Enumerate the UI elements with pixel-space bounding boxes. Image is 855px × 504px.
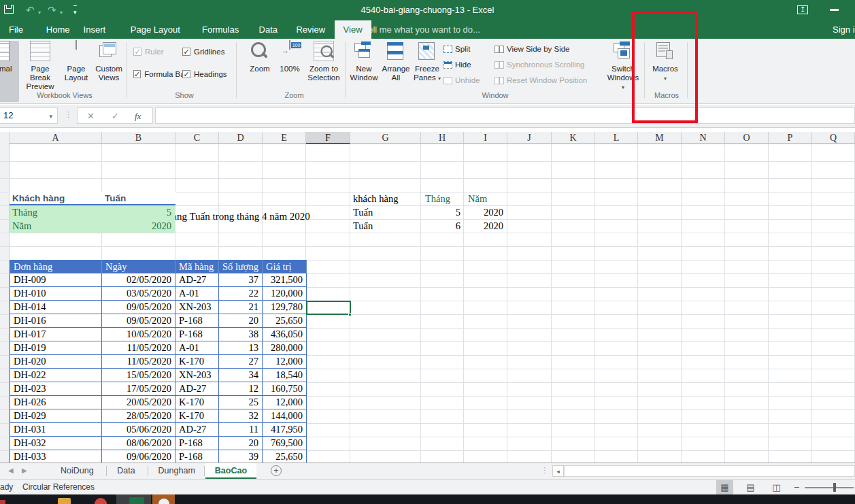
sheet-tab-noidung[interactable]: NoiDung xyxy=(51,463,103,479)
ribbon-tab-home[interactable]: Home xyxy=(37,20,79,39)
name-box[interactable]: 12 ▾ xyxy=(0,107,58,124)
formula-input[interactable] xyxy=(155,107,855,124)
orders-cell[interactable]: DH-029 xyxy=(10,409,102,423)
orders-cell[interactable]: XN-203 xyxy=(175,369,219,382)
arrange-all-button[interactable]: Arrange All xyxy=(380,41,412,82)
checkbox-formula-bar[interactable]: ✓Formula Bar xyxy=(133,67,182,81)
table-row[interactable]: DH-01409/05/2020XN-20321129,780 xyxy=(10,301,307,314)
lookup-cell[interactable]: 5 xyxy=(421,205,460,219)
orders-cell[interactable]: 09/06/2020 xyxy=(102,450,175,463)
criteria-header-row[interactable]: Khách hàng Tuấn xyxy=(10,192,175,205)
column-header-D[interactable]: D xyxy=(219,132,263,144)
zoom-100-button[interactable]: 100 → 100% xyxy=(276,41,303,73)
column-header-K[interactable]: K xyxy=(552,132,595,144)
zoom-to-selection-button[interactable]: Zoom to Selection xyxy=(305,41,343,82)
table-row[interactable]: DH-02928/05/2020K-17032144,000 xyxy=(10,409,307,423)
orders-cell[interactable]: P-168 xyxy=(175,437,219,450)
orders-cell[interactable]: 25,650 xyxy=(263,450,307,463)
orders-cell[interactable]: 09/05/2020 xyxy=(102,314,175,328)
page-layout-view-button[interactable]: Page Layout xyxy=(61,41,91,82)
ribbon-display-options-icon[interactable] xyxy=(797,5,808,14)
table-row[interactable]: DH-01710/05/2020P-16838436,050 xyxy=(10,328,307,341)
zoom-button[interactable]: Zoom xyxy=(245,41,275,73)
orders-cell[interactable]: 11 xyxy=(219,423,263,437)
lookup-header-cell[interactable]: Năm xyxy=(468,192,505,205)
column-header-H[interactable]: H xyxy=(421,132,464,144)
orders-cell[interactable]: 32 xyxy=(219,409,263,423)
minimize-icon[interactable] xyxy=(830,9,839,11)
column-header-I[interactable]: I xyxy=(464,132,507,144)
orders-cell[interactable]: 17/05/2020 xyxy=(102,382,175,396)
column-header-O[interactable]: O xyxy=(725,132,769,144)
criteria-cell[interactable]: 2020 xyxy=(102,219,171,233)
column-header-P[interactable]: P xyxy=(769,132,812,144)
table-row[interactable]: DH-02011/05/2020K-1702712,000 xyxy=(10,355,307,369)
orders-cell[interactable]: 25 xyxy=(219,396,263,409)
orders-cell[interactable]: DH-033 xyxy=(10,450,102,463)
taskbar-icon-fragment[interactable] xyxy=(0,500,5,504)
ribbon-tab-insert[interactable]: Insert xyxy=(75,20,115,39)
orders-cell[interactable]: K-170 xyxy=(175,355,219,369)
orders-cell[interactable]: DH-032 xyxy=(10,437,102,450)
sheet-tab-scroll-left-icon[interactable]: ◀ xyxy=(8,467,14,474)
orders-cell[interactable]: 37 xyxy=(219,273,263,287)
formula-bar-splitter[interactable]: ⋮ xyxy=(65,110,72,119)
orders-cell[interactable]: 34 xyxy=(219,369,263,382)
orders-cell[interactable]: 27 xyxy=(219,355,263,369)
lookup-cell[interactable]: 2020 xyxy=(464,219,503,233)
column-header-B[interactable]: B xyxy=(102,132,175,144)
ribbon-tab-review[interactable]: Review xyxy=(287,20,334,39)
orders-cell[interactable]: 02/05/2020 xyxy=(102,273,175,287)
sheet-tab-scroll-right-icon[interactable]: ▶ xyxy=(22,467,27,474)
orders-cell[interactable]: 08/06/2020 xyxy=(102,437,175,450)
normal-view-status-icon[interactable]: ▦ xyxy=(716,480,733,494)
checkbox-gridlines[interactable]: ✓Gridlines xyxy=(182,45,227,58)
orders-cell[interactable]: 11/05/2020 xyxy=(102,341,175,355)
ribbon-tab-view[interactable]: View xyxy=(335,20,371,39)
orders-cell[interactable]: DH-020 xyxy=(10,355,102,369)
table-row[interactable]: DH-03105/06/2020AD-2711417,950 xyxy=(10,423,307,437)
ribbon-tab-page-layout[interactable]: Page Layout xyxy=(122,20,189,39)
criteria-values[interactable]: Tháng 5 Năm 2020 xyxy=(10,205,175,233)
orders-cell[interactable]: DH-022 xyxy=(10,369,102,382)
orders-cell[interactable]: 03/05/2020 xyxy=(102,287,175,301)
column-header-F[interactable]: F xyxy=(306,132,350,144)
page-break-status-icon[interactable]: ◫ xyxy=(768,480,785,494)
table-row[interactable]: DH-02215/05/2020XN-2033418,540 xyxy=(10,369,307,382)
zoom-out-icon[interactable]: − xyxy=(792,480,801,494)
orders-cell[interactable]: K-170 xyxy=(175,409,219,423)
orders-cell[interactable]: DH-016 xyxy=(10,314,102,328)
page-break-preview-button[interactable]: Page Break Preview xyxy=(20,41,60,91)
orders-header-cell[interactable]: Ngày xyxy=(102,260,175,273)
orders-cell[interactable]: AD-27 xyxy=(175,423,219,437)
orders-cell[interactable]: DH-009 xyxy=(10,273,102,287)
freeze-panes-dropdown-icon[interactable]: ▾ xyxy=(438,75,441,82)
orders-cell[interactable]: DH-014 xyxy=(10,301,102,314)
fill-handle[interactable] xyxy=(348,313,352,316)
orders-cell[interactable]: XN-203 xyxy=(175,301,219,314)
orders-cell[interactable]: 129,780 xyxy=(263,301,307,314)
orders-header-row[interactable]: Đơn hàngNgàyMã hàngSố lượngGiá trị xyxy=(10,260,307,273)
zoom-slider-handle[interactable] xyxy=(833,483,836,492)
orders-cell[interactable]: 436,050 xyxy=(263,328,307,341)
lookup-cell[interactable]: 6 xyxy=(421,219,460,233)
switch-windows-dropdown-icon[interactable]: ▾ xyxy=(622,84,624,90)
orders-cell[interactable]: 13 xyxy=(219,341,263,355)
orders-cell[interactable]: 144,000 xyxy=(263,409,307,423)
horizontal-scrollbar[interactable] xyxy=(564,465,855,477)
orders-cell[interactable]: P-168 xyxy=(175,328,219,341)
criteria-header-cell[interactable]: Khách hàng xyxy=(12,192,101,205)
orders-cell[interactable]: A-01 xyxy=(175,341,219,355)
orders-cell[interactable]: 12,000 xyxy=(263,355,307,369)
table-row[interactable]: DH-02620/05/2020K-1702512,000 xyxy=(10,396,307,409)
orders-header-cell[interactable]: Số lượng xyxy=(219,260,263,273)
orders-table[interactable]: Đơn hàngNgàyMã hàngSố lượngGiá trịDH-009… xyxy=(10,260,307,463)
orders-cell[interactable]: P-168 xyxy=(175,450,219,463)
table-row[interactable]: DH-01609/05/2020P-1682025,650 xyxy=(10,314,307,328)
new-window-button[interactable]: New Window xyxy=(349,41,379,82)
lookup-cell[interactable]: Tuấn xyxy=(353,219,421,233)
column-header-E[interactable]: E xyxy=(263,132,306,144)
table-row[interactable]: DH-02317/05/2020AD-2712160,750 xyxy=(10,382,307,396)
name-box-dropdown-icon[interactable]: ▾ xyxy=(49,108,52,124)
browser-icon[interactable] xyxy=(95,498,107,504)
